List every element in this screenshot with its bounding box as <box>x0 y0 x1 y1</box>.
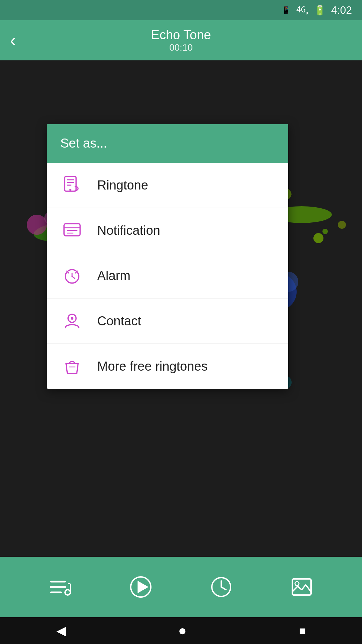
bag-icon <box>60 355 84 378</box>
dialog-title: Set as... <box>60 136 107 150</box>
svg-rect-32 <box>64 224 80 236</box>
contact-label: Contact <box>97 314 141 328</box>
svg-point-47 <box>65 590 70 595</box>
svg-line-54 <box>221 587 226 590</box>
back-button[interactable]: ‹ <box>10 32 16 49</box>
contact-option[interactable]: Contact <box>47 299 288 344</box>
battery-icon: 🔋 <box>314 5 326 16</box>
nav-home-button[interactable]: ● <box>178 623 187 639</box>
alarm-icon <box>60 264 84 287</box>
set-as-dialog: Set as... Ringtone <box>47 124 288 389</box>
app-subtitle: 00:10 <box>151 42 211 53</box>
notification-label: Notification <box>97 223 160 238</box>
bottom-bar <box>0 557 362 617</box>
ringtone-icon <box>60 173 84 197</box>
history-button[interactable] <box>204 570 238 604</box>
ringtone-label: Ringtone <box>97 178 148 193</box>
contact-icon <box>60 309 84 333</box>
status-bar: 📱 4Gx 🔋 4:02 <box>0 0 362 20</box>
app-title-container: Echo Tone 00:10 <box>151 28 211 53</box>
gallery-button[interactable] <box>285 570 318 604</box>
sim-icon: 📱 <box>282 6 291 14</box>
more-ringtones-label: More free ringtones <box>97 359 208 374</box>
svg-rect-55 <box>292 579 311 595</box>
app-title: Echo Tone <box>151 28 211 42</box>
ringtone-option[interactable]: Ringtone <box>47 163 288 208</box>
nav-bar: ◀ ● ■ <box>0 617 362 644</box>
svg-point-42 <box>71 317 73 320</box>
svg-marker-51 <box>138 582 147 592</box>
notification-icon <box>60 219 84 242</box>
alarm-label: Alarm <box>97 269 130 283</box>
play-button[interactable] <box>124 570 158 604</box>
playlist-button[interactable] <box>44 570 77 604</box>
dialog-header: Set as... <box>47 124 288 163</box>
signal-strength: 4Gx <box>296 5 308 15</box>
status-time: 4:02 <box>331 4 352 16</box>
more-ringtones-option[interactable]: More free ringtones <box>47 344 288 389</box>
main-content: Set as... Ringtone <box>0 60 362 557</box>
nav-recent-button[interactable]: ■ <box>299 624 306 637</box>
alarm-option[interactable]: Alarm <box>47 253 288 299</box>
svg-point-56 <box>295 582 299 586</box>
nav-back-button[interactable]: ◀ <box>56 623 66 638</box>
svg-point-31 <box>69 189 71 191</box>
svg-line-38 <box>72 276 75 278</box>
notification-option[interactable]: Notification <box>47 208 288 253</box>
app-bar: ‹ Echo Tone 00:10 <box>0 20 362 60</box>
